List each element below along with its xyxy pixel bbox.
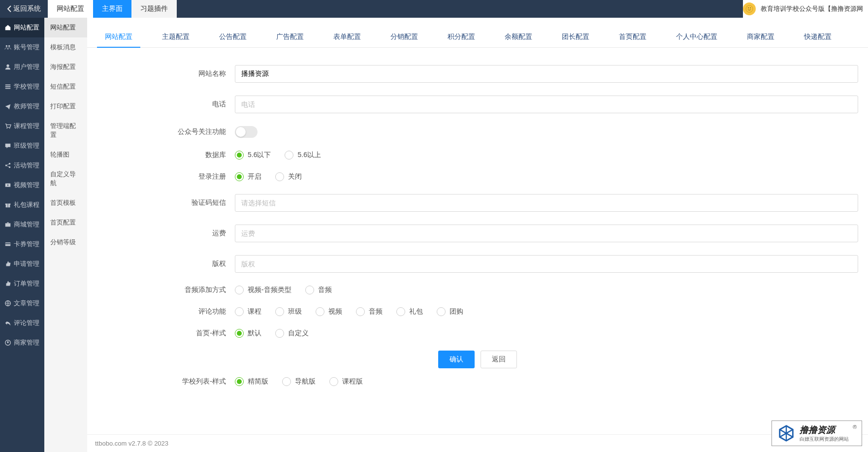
sidebar-l1-item-8[interactable]: 视频管理 <box>0 175 44 195</box>
radio-login_register-1[interactable]: 关闭 <box>275 172 302 181</box>
sidebar-l2-item-3[interactable]: 短信配置 <box>44 77 87 97</box>
sidebar-l1-item-12[interactable]: 申请管理 <box>0 254 44 274</box>
form-row-site-name: 网站名称 <box>97 65 858 83</box>
sidebar-l2-item-10[interactable]: 分销等级 <box>44 232 87 252</box>
radio-label: 音频 <box>318 286 332 294</box>
confirm-button[interactable]: 确认 <box>438 351 475 368</box>
avatar[interactable] <box>743 2 756 15</box>
content-tab-9[interactable]: 首页配置 <box>611 27 654 47</box>
briefcase-icon <box>4 221 11 228</box>
sidebar-l1-label: 订单管理 <box>14 279 39 288</box>
sidebar-l1-item-16[interactable]: 商家管理 <box>0 333 44 353</box>
top-tab-exercise-plugin[interactable]: 习题插件 <box>131 0 177 18</box>
content-tab-8[interactable]: 团长配置 <box>554 27 597 47</box>
sidebar-l1-item-14[interactable]: 文章管理 <box>0 293 44 313</box>
sidebar-l1-item-11[interactable]: 卡券管理 <box>0 234 44 254</box>
sidebar-l1-label: 申请管理 <box>14 259 39 268</box>
sidebar-l1-label: 商家管理 <box>14 338 39 347</box>
content-tab-7[interactable]: 余额配置 <box>497 27 540 47</box>
sidebar-l1-label: 教师管理 <box>14 102 39 111</box>
sidebar-l1-item-15[interactable]: 评论管理 <box>0 313 44 333</box>
sidebar-l2-item-0[interactable]: 网站配置 <box>44 18 87 37</box>
radio-database-1[interactable]: 5.6以上 <box>285 151 321 160</box>
toggle-follow[interactable] <box>235 126 257 138</box>
radio-school_list_style-0[interactable]: 精简版 <box>235 377 268 386</box>
sidebar-l1-label: 评论管理 <box>14 319 39 327</box>
form-row-sms: 验证码短信 <box>97 194 858 212</box>
radio-circle <box>316 307 324 316</box>
svg-rect-17 <box>5 223 11 226</box>
form-row-phone: 电话 <box>97 96 858 113</box>
sidebar-l1-item-6[interactable]: 班级管理 <box>0 136 44 156</box>
content-tab-6[interactable]: 积分配置 <box>440 27 483 47</box>
radio-comment-2[interactable]: 视频 <box>316 307 342 316</box>
radio-comment-3[interactable]: 音频 <box>356 307 383 316</box>
radio-comment-0[interactable]: 课程 <box>235 307 261 316</box>
sidebar-l2-item-4[interactable]: 打印配置 <box>44 97 87 116</box>
sidebar-l1-item-1[interactable]: 账号管理 <box>0 37 44 57</box>
content-tab-2[interactable]: 公告配置 <box>211 27 255 47</box>
content-tab-12[interactable]: 快递配置 <box>796 27 839 47</box>
top-tab-site-config[interactable]: 网站配置 <box>48 0 93 18</box>
top-tab-main-interface[interactable]: 主界面 <box>93 0 131 18</box>
sidebar-l1-item-4[interactable]: 教师管理 <box>0 97 44 116</box>
content-tab-1[interactable]: 主题配置 <box>154 27 197 47</box>
back-button[interactable]: 返回系统 <box>0 0 48 18</box>
content-tab-5[interactable]: 分销配置 <box>383 27 426 47</box>
content-tab-0[interactable]: 网站配置 <box>97 27 140 47</box>
sidebar-l1-item-7[interactable]: 活动管理 <box>0 156 44 175</box>
input-shipping[interactable] <box>235 225 858 242</box>
radio-comment-1[interactable]: 班级 <box>275 307 302 316</box>
svg-point-4 <box>8 45 10 47</box>
sidebar-l1-item-13[interactable]: 订单管理 <box>0 274 44 293</box>
sidebar-l2-item-8[interactable]: 首页模板 <box>44 193 87 213</box>
radio-label: 精简版 <box>248 377 268 386</box>
radio-label: 5.6以下 <box>248 151 271 160</box>
radio-school_list_style-1[interactable]: 导航版 <box>282 377 316 386</box>
sidebar-l1-item-2[interactable]: 用户管理 <box>0 57 44 77</box>
radio-audio_add-0[interactable]: 视频-音频类型 <box>235 286 291 294</box>
sidebar-l2-item-2[interactable]: 海报配置 <box>44 57 87 77</box>
input-copyright[interactable] <box>235 255 858 273</box>
sidebar-l1-label: 活动管理 <box>14 161 39 170</box>
content-tab-4[interactable]: 表单配置 <box>325 27 369 47</box>
sidebar-l1-label: 课程管理 <box>14 122 39 130</box>
radio-circle <box>275 172 284 181</box>
share-icon <box>4 162 11 169</box>
radio-school_list_style-2[interactable]: 课程版 <box>329 377 363 386</box>
return-button[interactable]: 返回 <box>481 351 517 368</box>
radio-login_register-0[interactable]: 开启 <box>235 172 261 181</box>
home-icon <box>4 24 11 31</box>
sidebar-l2-item-7[interactable]: 自定义导航 <box>44 164 87 193</box>
radio-home_style-1[interactable]: 自定义 <box>275 329 309 338</box>
thumb-icon <box>4 260 11 267</box>
sidebar-l1-item-0[interactable]: 网站配置 <box>0 18 44 37</box>
sidebar-l2-item-5[interactable]: 管理端配置 <box>44 116 87 145</box>
input-phone[interactable] <box>235 96 858 113</box>
sidebar-l1-item-10[interactable]: 商城管理 <box>0 215 44 234</box>
watermark: 撸撸资源 白嫖互联网资源的网站 ® <box>772 420 862 446</box>
radio-circle <box>275 307 284 316</box>
radio-comment-4[interactable]: 礼包 <box>396 307 423 316</box>
radio-audio_add-1[interactable]: 音频 <box>305 286 332 294</box>
content-tab-3[interactable]: 广告配置 <box>268 27 312 47</box>
input-site-name[interactable] <box>235 65 858 83</box>
label-shipping: 运费 <box>97 229 235 238</box>
sidebar-l1-item-9[interactable]: 礼包课程 <box>0 195 44 215</box>
content-tab-10[interactable]: 个人中心配置 <box>668 27 725 47</box>
content-tab-11[interactable]: 商家配置 <box>739 27 782 47</box>
label-home-style: 首页-样式 <box>97 329 235 338</box>
sidebar-l1-item-3[interactable]: 学校管理 <box>0 77 44 97</box>
label-login: 登录注册 <box>97 172 235 181</box>
sidebar-l2-item-9[interactable]: 首页配置 <box>44 213 87 232</box>
label-database: 数据库 <box>97 151 235 160</box>
sidebar-l2-item-6[interactable]: 轮播图 <box>44 145 87 164</box>
radio-comment-5[interactable]: 团购 <box>437 307 463 316</box>
radio-home_style-0[interactable]: 默认 <box>235 329 261 338</box>
select-sms[interactable] <box>235 194 858 212</box>
sidebar-l2-item-1[interactable]: 模板消息 <box>44 37 87 57</box>
label-comment: 评论功能 <box>97 307 235 316</box>
radio-database-0[interactable]: 5.6以下 <box>235 151 271 160</box>
chevron-left-icon <box>7 5 11 12</box>
sidebar-l1-item-5[interactable]: 课程管理 <box>0 116 44 136</box>
